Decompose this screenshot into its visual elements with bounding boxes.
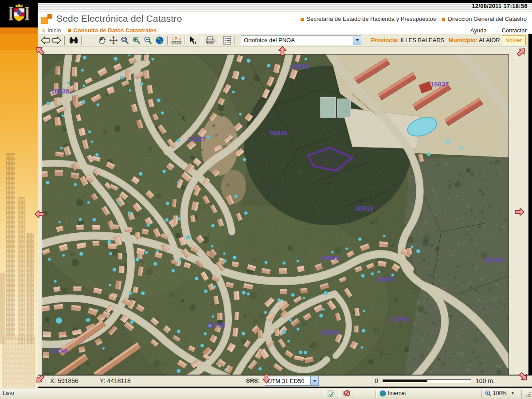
catastro-viewer-window: 12/08/2011 17:18:56 bbox=[0, 0, 532, 399]
pan-up-left-arrow[interactable] bbox=[34, 45, 46, 56]
chevron-down-icon[interactable] bbox=[353, 36, 361, 45]
internet-zone-icon bbox=[379, 390, 386, 398]
nav-item-contactar[interactable]: Contactar bbox=[502, 27, 527, 34]
app-header: Sede Electrónica del Catastro Secretaría… bbox=[38, 12, 532, 26]
sidebar-orange-bar bbox=[0, 27, 38, 34]
identify-info-icon[interactable]: i bbox=[188, 35, 199, 46]
orthophoto-map[interactable]: 1693810839168371682612427168131990220801… bbox=[42, 55, 509, 375]
titlebar-stripes bbox=[0, 3, 532, 12]
provincia-municipio-readout: Provincia: ILLES BALEARS Municipio: ALAI… bbox=[371, 37, 500, 43]
chevron-down-icon[interactable] bbox=[310, 376, 318, 385]
toolbar-separator bbox=[218, 36, 219, 45]
city-skyline-image bbox=[0, 140, 38, 388]
zoom-out-icon[interactable] bbox=[143, 35, 153, 46]
provincia-value: ILLES BALEARS bbox=[400, 37, 444, 43]
datetime-display: 12/08/2011 17:18:56 bbox=[472, 3, 528, 9]
coordinates-bar: X: 591856 Y: 4418118 SRS: UTM 31 ED50 0 … bbox=[38, 375, 532, 388]
page-title: Sede Electrónica del Catastro bbox=[56, 13, 182, 24]
toolbar-separator bbox=[167, 36, 169, 45]
pan-left-arrow[interactable] bbox=[34, 208, 45, 220]
nav-item-consulta[interactable]: Consulta de Datos Catastrales bbox=[68, 27, 156, 34]
measure-icon[interactable]: ? bbox=[171, 35, 182, 46]
municipio-label: Municipio: bbox=[449, 37, 477, 43]
forward-icon[interactable] bbox=[51, 35, 62, 46]
volver-button[interactable]: Volver bbox=[502, 35, 526, 45]
status-text: Listo bbox=[3, 390, 14, 396]
pan-up-arrow[interactable] bbox=[277, 45, 288, 57]
scale-bar-segment bbox=[427, 379, 471, 382]
bullet-icon bbox=[301, 18, 304, 21]
print-icon[interactable] bbox=[205, 35, 215, 46]
legend-icon[interactable] bbox=[222, 35, 232, 46]
toolbar-separator bbox=[81, 36, 83, 45]
back-icon[interactable] bbox=[40, 35, 51, 46]
pan-down-arrow[interactable] bbox=[261, 373, 272, 384]
pan-down-right-arrow[interactable] bbox=[518, 371, 529, 383]
srs-select[interactable]: UTM 31 ED50 bbox=[265, 376, 319, 386]
spain-coat-of-arms-icon bbox=[7, 3, 31, 25]
bullet-icon bbox=[68, 29, 71, 32]
coat-of-arms-box bbox=[0, 0, 38, 27]
catastro-logo-icon bbox=[41, 13, 53, 24]
page-check-icon bbox=[327, 390, 334, 399]
bullet-icon bbox=[442, 18, 445, 21]
pan-arrows-icon[interactable] bbox=[108, 35, 119, 46]
zoom-level-readout[interactable]: 100% bbox=[493, 390, 507, 396]
toolbar-separator bbox=[235, 36, 236, 45]
provincia-label: Provincia: bbox=[371, 37, 399, 43]
binoculars-search-icon[interactable] bbox=[68, 35, 79, 46]
viewer-right-border bbox=[528, 34, 532, 388]
srs-label: SRS: bbox=[246, 377, 260, 384]
top-titlebar: 12/08/2011 17:18:56 bbox=[0, 0, 532, 12]
x-coordinate-readout: X: 591856 bbox=[50, 377, 78, 384]
titlebar-black-strip bbox=[0, 0, 532, 3]
scale-bar-segment bbox=[383, 379, 427, 382]
status-bar: Listo Internet 100% ▼ bbox=[0, 388, 532, 399]
left-sidebar bbox=[0, 0, 38, 399]
popup-blocked-icon bbox=[342, 390, 350, 399]
y-coordinate-readout: Y: 4418118 bbox=[100, 377, 131, 384]
hand-pan-icon[interactable] bbox=[97, 35, 107, 46]
layer-select[interactable]: Ortofotos del PNOA bbox=[241, 35, 361, 45]
bullet-icon bbox=[42, 29, 45, 32]
security-zone-label: Internet bbox=[388, 390, 406, 396]
svg-text:i: i bbox=[195, 39, 196, 45]
photo-grain bbox=[42, 55, 509, 375]
org-link-catastro[interactable]: Dirección General del Catastro bbox=[442, 16, 527, 22]
municipio-value: ALAIOR bbox=[479, 37, 500, 43]
scale-zero-label: 0 bbox=[375, 377, 378, 384]
pan-down-left-arrow[interactable] bbox=[34, 373, 46, 385]
toolbar-separator bbox=[201, 36, 203, 45]
zoom-caret-icon[interactable]: ▼ bbox=[511, 391, 515, 395]
org-link-hacienda[interactable]: Secretaría de Estado de Hacienda y Presu… bbox=[301, 16, 436, 22]
pan-right-arrow[interactable] bbox=[514, 206, 525, 218]
nav-item-ayuda[interactable]: Ayuda bbox=[470, 27, 487, 34]
nav-item-inicio[interactable]: Inicio bbox=[42, 27, 61, 34]
scale-end-label: 100 m. bbox=[476, 377, 495, 384]
toolbar-separator bbox=[184, 36, 186, 45]
zoom-window-icon[interactable] bbox=[120, 35, 130, 46]
resize-grip[interactable] bbox=[525, 391, 531, 399]
zoom-full-globe-icon[interactable] bbox=[154, 35, 165, 46]
map-viewer-panel: 1693810839168371682612427168131990220801… bbox=[38, 47, 532, 388]
sidebar-orange-block bbox=[0, 34, 38, 50]
toolbar-separator bbox=[64, 36, 66, 45]
svg-text:?: ? bbox=[175, 36, 177, 41]
pan-up-right-arrow[interactable] bbox=[516, 46, 527, 58]
zoom-magnifier-icon bbox=[485, 390, 492, 398]
zoom-in-icon[interactable] bbox=[131, 35, 142, 46]
breadcrumb-nav: Inicio Consulta de Datos Catastrales Ayu… bbox=[38, 26, 532, 34]
org-links: Secretaría de Estado de Hacienda y Presu… bbox=[301, 16, 527, 22]
